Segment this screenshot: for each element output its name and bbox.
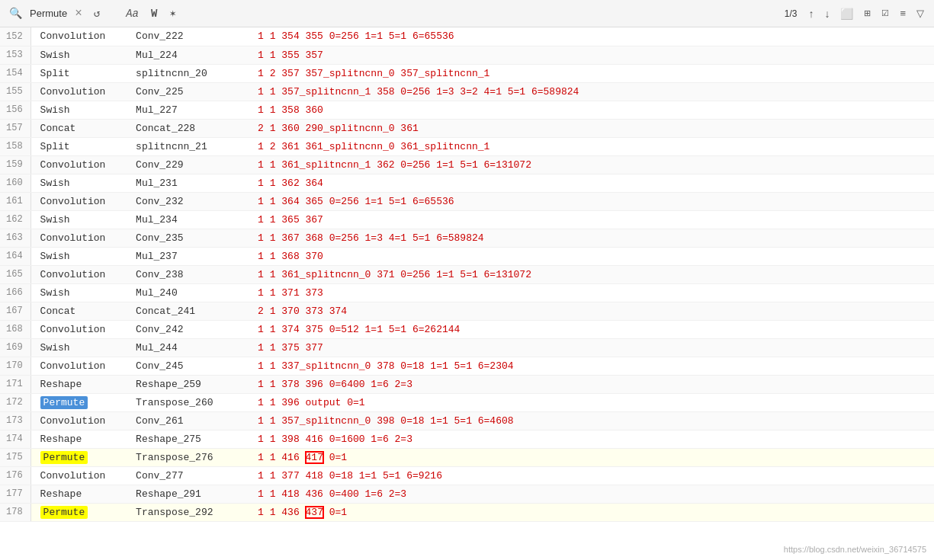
row-type: Permute (30, 448, 130, 466)
row-data: 1 1 337_splitncnn_0 378 0=18 1=1 5=1 6=2… (252, 357, 934, 375)
row-number: 175 (0, 448, 30, 466)
view-icon4[interactable]: ≡ (896, 6, 910, 21)
row-number: 170 (0, 357, 30, 375)
table-row: 158Splitsplitncnn_211 2 361 361_splitncn… (0, 137, 934, 155)
row-data: 1 1 367 368 0=256 1=3 4=1 5=1 6=589824 (252, 229, 934, 247)
table-row: 155ConvolutionConv_2251 1 357_splitncnn_… (0, 82, 934, 101)
aa-button[interactable]: Aa (122, 6, 143, 21)
table-row: 178PermuteTranspose_2921 1 436 437 0=1 (0, 503, 934, 521)
star-button[interactable]: ✶ (165, 5, 179, 21)
table-row: 161ConvolutionConv_2321 1 364 365 0=256 … (0, 192, 934, 210)
table-row: 165ConvolutionConv_2381 1 361_splitncnn_… (0, 265, 934, 283)
row-layer-name: splitncnn_21 (130, 137, 252, 155)
row-type: Split (30, 64, 130, 82)
row-data: 1 1 354 355 0=256 1=1 5=1 6=65536 (252, 27, 934, 46)
row-data: 1 1 398 416 0=1600 1=6 2=3 (252, 430, 934, 448)
row-layer-name: Transpose_260 (130, 393, 252, 411)
table-row: 171ReshapeReshape_2591 1 378 396 0=6400 … (0, 375, 934, 393)
main-table: 152ConvolutionConv_2221 1 354 355 0=256 … (0, 27, 934, 522)
next-page-button[interactable]: ↓ (820, 6, 833, 21)
row-number: 166 (0, 283, 30, 302)
row-data: 1 1 357_splitncnn_0 398 0=18 1=1 5=1 6=4… (252, 411, 934, 430)
row-data: 2 1 370 373 374 (252, 302, 934, 320)
prev-page-button[interactable]: ↑ (804, 6, 817, 21)
view-icon3[interactable]: ☑ (878, 7, 893, 20)
row-layer-name: Mul_231 (130, 174, 252, 192)
row-number: 168 (0, 320, 30, 338)
filter-icon[interactable]: ▽ (913, 6, 928, 21)
row-layer-name: Mul_240 (130, 283, 252, 302)
row-data: 1 2 361 361_splitncnn_0 361_splitncnn_1 (252, 137, 934, 155)
row-data: 1 1 361_splitncnn_0 371 0=256 1=1 5=1 6=… (252, 265, 934, 283)
row-number: 167 (0, 302, 30, 320)
close-button[interactable]: × (72, 7, 85, 21)
table-row: 159ConvolutionConv_2291 1 361_splitncnn_… (0, 155, 934, 174)
row-layer-name: Reshape_291 (130, 485, 252, 503)
row-layer-name: Conv_242 (130, 320, 252, 338)
table-row: 166SwishMul_2401 1 371 373 (0, 283, 934, 302)
row-layer-name: Reshape_275 (130, 430, 252, 448)
row-data: 1 1 365 367 (252, 210, 934, 229)
row-data: 1 1 416 417 0=1 (252, 448, 934, 466)
row-number: 155 (0, 82, 30, 101)
row-data: 1 1 355 357 (252, 46, 934, 64)
page-indicator: 1/3 (780, 8, 802, 19)
row-layer-name: Mul_224 (130, 46, 252, 64)
row-data: 1 1 368 370 (252, 247, 934, 265)
row-number: 178 (0, 503, 30, 521)
row-number: 157 (0, 119, 30, 137)
row-layer-name: Mul_234 (130, 210, 252, 229)
view-icon2[interactable]: ⊞ (860, 7, 875, 20)
row-type: Swish (30, 101, 130, 119)
table-row: 174ReshapeReshape_2751 1 398 416 0=1600 … (0, 430, 934, 448)
row-data: 1 1 418 436 0=400 1=6 2=3 (252, 485, 934, 503)
row-type: Convolution (30, 357, 130, 375)
title-bar: 🔍 Permute × ↺ Aa W ✶ 1/3 ↑ ↓ ⬜ ⊞ ☑ ≡ ▽ (0, 0, 934, 27)
view-icon1[interactable]: ⬜ (836, 6, 857, 21)
row-data: 1 1 378 396 0=6400 1=6 2=3 (252, 375, 934, 393)
row-type: Convolution (30, 82, 130, 101)
title-bar-right: 1/3 ↑ ↓ ⬜ ⊞ ☑ ≡ ▽ (780, 6, 928, 21)
row-number: 163 (0, 229, 30, 247)
row-type: Swish (30, 283, 130, 302)
row-type: Reshape (30, 430, 130, 448)
w-button[interactable]: W (147, 6, 161, 21)
search-icon[interactable]: 🔍 (6, 5, 25, 21)
row-type: Permute (30, 393, 130, 411)
row-layer-name: Conv_229 (130, 155, 252, 174)
table-container: 152ConvolutionConv_2221 1 354 355 0=256 … (0, 27, 934, 560)
row-data: 1 1 364 365 0=256 1=1 5=1 6=65536 (252, 192, 934, 210)
row-layer-name: Reshape_259 (130, 375, 252, 393)
row-layer-name: Conv_277 (130, 466, 252, 485)
row-layer-name: Concat_241 (130, 302, 252, 320)
row-layer-name: Conv_238 (130, 265, 252, 283)
row-number: 173 (0, 411, 30, 430)
table-row: 157ConcatConcat_2282 1 360 290_splitncnn… (0, 119, 934, 137)
row-number: 156 (0, 101, 30, 119)
refresh-button[interactable]: ↺ (90, 5, 104, 21)
row-layer-name: Conv_235 (130, 229, 252, 247)
row-number: 161 (0, 192, 30, 210)
table-row: 162SwishMul_2341 1 365 367 (0, 210, 934, 229)
row-data: 1 1 358 360 (252, 101, 934, 119)
row-type: Swish (30, 338, 130, 357)
title-bar-left: 🔍 Permute × ↺ Aa W ✶ (6, 5, 774, 21)
row-type: Convolution (30, 466, 130, 485)
row-type: Convolution (30, 265, 130, 283)
row-layer-name: Conv_222 (130, 27, 252, 46)
row-data: 1 1 361_splitncnn_1 362 0=256 1=1 5=1 6=… (252, 155, 934, 174)
row-data: 1 1 375 377 (252, 338, 934, 357)
table-row: 154Splitsplitncnn_201 2 357 357_splitncn… (0, 64, 934, 82)
row-data: 1 1 371 373 (252, 283, 934, 302)
row-number: 169 (0, 338, 30, 357)
row-layer-name: Transpose_276 (130, 448, 252, 466)
window-title: Permute (30, 8, 67, 19)
row-data: 1 1 362 364 (252, 174, 934, 192)
row-number: 162 (0, 210, 30, 229)
row-number: 153 (0, 46, 30, 64)
row-number: 171 (0, 375, 30, 393)
row-type: Swish (30, 247, 130, 265)
row-type: Swish (30, 46, 130, 64)
row-layer-name: Mul_227 (130, 101, 252, 119)
row-number: 172 (0, 393, 30, 411)
